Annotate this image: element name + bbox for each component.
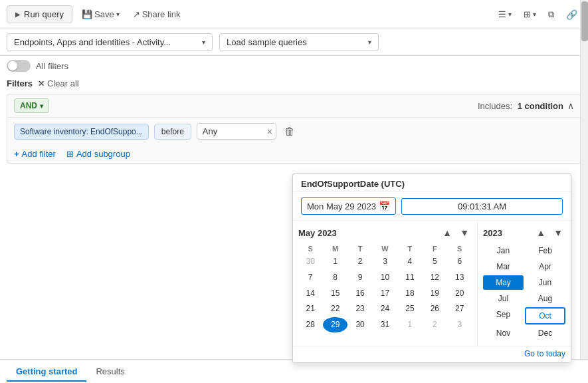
source-dropdown-label: Endpoints, Apps and identities - Activit… bbox=[14, 37, 171, 47]
scrollbar[interactable] bbox=[580, 0, 588, 383]
calendar-day-35[interactable]: 3 bbox=[448, 317, 472, 332]
save-button[interactable]: 💾 Save ▾ bbox=[78, 7, 124, 22]
calendar-day-18[interactable]: 17 bbox=[373, 286, 397, 301]
source-dropdown[interactable]: Endpoints, Apps and identities - Activit… bbox=[7, 33, 213, 51]
calendar-day-29[interactable]: 28 bbox=[298, 317, 322, 332]
calendar-day-2[interactable]: 1 bbox=[323, 254, 347, 269]
calendar-day-14[interactable]: 13 bbox=[448, 270, 472, 285]
year-month-dec[interactable]: Dec bbox=[525, 326, 565, 340]
calendar-day-5[interactable]: 4 bbox=[398, 254, 422, 269]
year-month-aug[interactable]: Aug bbox=[525, 291, 565, 306]
calendar-day-4[interactable]: 3 bbox=[373, 254, 397, 269]
calendar-day-13[interactable]: 12 bbox=[423, 270, 446, 285]
month-up-button[interactable]: ▲ bbox=[440, 226, 454, 239]
calendar-day-32[interactable]: 31 bbox=[373, 317, 397, 332]
calendar-day-1[interactable]: 30 bbox=[298, 254, 322, 269]
date-input-field[interactable]: Mon May 29 2023 📅 bbox=[301, 197, 396, 215]
condition-chip[interactable]: Software inventory: EndOfSuppo... bbox=[14, 124, 149, 140]
year-month-sep[interactable]: Sep bbox=[483, 307, 524, 324]
year-month-oct[interactable]: Oct bbox=[525, 307, 565, 324]
calendar-days: 3012345678910111213141516171819202122232… bbox=[298, 254, 472, 332]
tab-results-label: Results bbox=[96, 366, 124, 376]
calendar-day-16[interactable]: 15 bbox=[323, 286, 347, 301]
month-down-button[interactable]: ▼ bbox=[457, 226, 472, 239]
list-chevron-icon: ▾ bbox=[508, 11, 512, 18]
filters-bar: Filters ✕ Clear all bbox=[0, 76, 588, 91]
calendar-day-7[interactable]: 6 bbox=[448, 254, 472, 269]
calendar-day-15[interactable]: 14 bbox=[298, 286, 322, 301]
allfilters-label: All filters bbox=[36, 61, 68, 71]
year-month-apr[interactable]: Apr bbox=[525, 259, 565, 274]
calendar-day-28[interactable]: 27 bbox=[448, 301, 472, 317]
share-link-button[interactable]: ↗ Share link bbox=[129, 7, 185, 22]
year-month-nov[interactable]: Nov bbox=[483, 326, 524, 340]
year-months-grid: JanFebMarAprMayJunJulAugSepOctNovDec bbox=[483, 243, 565, 340]
toolbar: ▶ Run query 💾 Save ▾ ↗ Share link ☰ ▾ ⊞ … bbox=[0, 0, 588, 29]
calendar-day-23[interactable]: 22 bbox=[323, 301, 347, 317]
copy-button[interactable]: ⧉ bbox=[544, 7, 558, 23]
clear-all-button[interactable]: ✕ Clear all bbox=[38, 78, 79, 88]
calendar-day-24[interactable]: 23 bbox=[348, 301, 372, 317]
play-icon: ▶ bbox=[15, 11, 21, 18]
source-chevron-icon: ▾ bbox=[202, 39, 205, 46]
calendar-day-25[interactable]: 24 bbox=[373, 301, 397, 317]
add-filter-button[interactable]: + Add filter bbox=[14, 149, 56, 159]
calendar-day-11[interactable]: 10 bbox=[373, 270, 397, 285]
calendars-row: May 2023 ▲ ▼ S M T W T F S 3012345678910… bbox=[293, 220, 571, 346]
day-header-w: W bbox=[373, 243, 397, 254]
calendar-day-3[interactable]: 2 bbox=[348, 254, 372, 269]
any-input[interactable] bbox=[197, 123, 276, 140]
calendar-day-12[interactable]: 11 bbox=[398, 270, 422, 285]
before-chip[interactable]: before bbox=[154, 124, 191, 140]
calendar-day-10[interactable]: 9 bbox=[348, 270, 372, 285]
calendar-day-31[interactable]: 30 bbox=[348, 317, 372, 332]
year-up-button[interactable]: ▲ bbox=[534, 226, 548, 239]
day-header-s1: S bbox=[298, 243, 322, 254]
any-clear-button[interactable]: × bbox=[267, 126, 272, 137]
and-badge[interactable]: AND ▾ bbox=[14, 98, 49, 113]
calendar-day-20[interactable]: 19 bbox=[423, 286, 446, 301]
year-month-jan[interactable]: Jan bbox=[483, 243, 524, 258]
scrollbar-thumb[interactable] bbox=[581, 1, 588, 41]
calendar-day-33[interactable]: 1 bbox=[398, 317, 422, 332]
calendar-day-27[interactable]: 26 bbox=[423, 301, 446, 317]
calendar-day-22[interactable]: 21 bbox=[298, 301, 322, 317]
tab-results[interactable]: Results bbox=[86, 362, 134, 382]
and-label: AND bbox=[20, 101, 37, 110]
sample-chevron-icon: ▾ bbox=[368, 39, 371, 46]
calendar-day-34[interactable]: 2 bbox=[423, 317, 446, 332]
year-month-jul[interactable]: Jul bbox=[483, 291, 524, 306]
year-down-button[interactable]: ▼ bbox=[551, 226, 565, 239]
calendar-day-9[interactable]: 8 bbox=[323, 270, 347, 285]
add-filter-label: Add filter bbox=[22, 149, 56, 159]
collapse-button[interactable]: ∧ bbox=[567, 100, 574, 111]
any-input-wrap: × bbox=[197, 123, 276, 140]
run-query-button[interactable]: ▶ Run query bbox=[7, 5, 72, 23]
calendar-day-17[interactable]: 16 bbox=[348, 286, 372, 301]
add-subgroup-button[interactable]: ⊞ Add subgroup bbox=[66, 149, 130, 159]
sample-queries-dropdown[interactable]: Load sample queries ▾ bbox=[219, 33, 379, 51]
calendar-day-6[interactable]: 5 bbox=[423, 254, 446, 269]
calendar-day-8[interactable]: 7 bbox=[298, 270, 322, 285]
allfilters-toggle[interactable] bbox=[7, 60, 31, 72]
go-today-button[interactable]: Go to today bbox=[524, 349, 565, 358]
grid-view-button[interactable]: ⊞ ▾ bbox=[520, 7, 540, 22]
year-month-jun[interactable]: Jun bbox=[525, 275, 565, 290]
calendar-day-21[interactable]: 20 bbox=[448, 286, 472, 301]
calendar-day-19[interactable]: 18 bbox=[398, 286, 422, 301]
calendar-day-26[interactable]: 25 bbox=[398, 301, 422, 317]
list-view-button[interactable]: ☰ ▾ bbox=[494, 7, 516, 22]
calendar-day-30[interactable]: 29 bbox=[323, 317, 347, 332]
tab-getting-started[interactable]: Getting started bbox=[7, 362, 86, 382]
toggle-knob bbox=[8, 61, 17, 70]
add-subgroup-icon: ⊞ bbox=[66, 149, 74, 159]
year-month-mar[interactable]: Mar bbox=[483, 259, 524, 274]
time-input[interactable] bbox=[401, 198, 563, 215]
year-month-feb[interactable]: Feb bbox=[525, 243, 565, 258]
delete-condition-button[interactable]: 🗑 bbox=[282, 124, 298, 139]
link-button[interactable]: 🔗 bbox=[562, 7, 581, 23]
year-calendar: 2023 ▲ ▼ JanFebMarAprMayJunJulAugSepOctN… bbox=[478, 221, 571, 346]
filter-group: AND ▾ Includes: 1 condition ∧ Software i… bbox=[7, 94, 581, 164]
year-nav: 2023 ▲ ▼ bbox=[483, 226, 565, 239]
year-month-may[interactable]: May bbox=[483, 275, 524, 290]
